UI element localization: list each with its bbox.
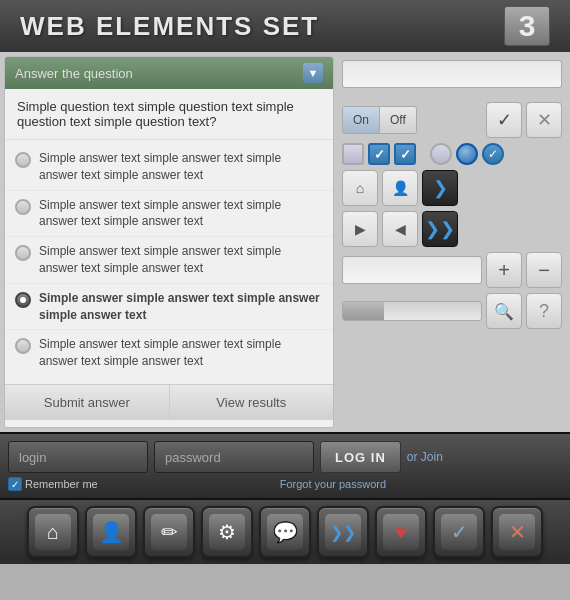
answer-text-5: Simple answer text simple answer text si…	[39, 336, 323, 370]
radio-1[interactable]	[15, 152, 31, 168]
password-input[interactable]	[154, 441, 314, 473]
remember-me-row: Remember me	[8, 477, 98, 491]
widget-row-input2: + −	[342, 252, 562, 288]
home-nav-button[interactable]: ⌂	[342, 170, 378, 206]
widget-row-arrows: ▶ ◀ ❯❯	[342, 211, 562, 247]
user-nav-button[interactable]: 👤	[382, 170, 418, 206]
text-input-1[interactable]	[342, 60, 562, 88]
login-bottom-row: Remember me Forgot your password	[8, 477, 562, 491]
answer-text-3: Simple answer text simple answer text si…	[39, 243, 323, 277]
quiz-answer-5[interactable]: Simple answer text simple answer text si…	[5, 330, 333, 376]
remember-checkbox[interactable]	[8, 477, 22, 491]
checkbox-3-checked[interactable]	[394, 143, 416, 165]
help-button[interactable]: ?	[526, 293, 562, 329]
quiz-answer-2[interactable]: Simple answer text simple answer text si…	[5, 191, 333, 238]
radio-5[interactable]	[15, 338, 31, 354]
quiz-buttons: Submit answer View results	[5, 384, 333, 420]
search-button[interactable]: 🔍	[486, 293, 522, 329]
quiz-header-arrow[interactable]: ▼	[303, 63, 323, 83]
toggle-on[interactable]: On	[343, 107, 380, 133]
widget-row-checkboxes	[342, 143, 562, 165]
quiz-answer-1[interactable]: Simple answer text simple answer text si…	[5, 144, 333, 191]
forgot-password-link[interactable]: Forgot your password	[104, 478, 562, 490]
x-button[interactable]: ✕	[526, 102, 562, 138]
progress-bar-fill	[343, 302, 384, 320]
quiz-question: Simple question text simple question tex…	[5, 89, 333, 140]
home-icon: ⌂	[35, 514, 71, 550]
login-top-row: LOG IN or Join	[8, 441, 562, 473]
submit-answer-button[interactable]: Submit answer	[5, 385, 170, 420]
home-bar-icon[interactable]: ⌂	[27, 506, 79, 558]
minus-button[interactable]: −	[526, 252, 562, 288]
settings-bar-icon[interactable]: ⚙	[201, 506, 253, 558]
quiz-answer-4[interactable]: Simple answer simple answer text simple …	[5, 284, 333, 331]
radio-round-3-checked[interactable]	[482, 143, 504, 165]
icon-bar: ⌂ 👤 ✏ ⚙ 💬 ❯❯ ♥ ✓ ✕	[0, 500, 570, 564]
check-bar-icon[interactable]: ✓	[433, 506, 485, 558]
text-input-2[interactable]	[342, 256, 482, 284]
main-area: Answer the question ▼ Simple question te…	[0, 52, 570, 432]
radio-4[interactable]	[15, 292, 31, 308]
close-icon: ✕	[499, 514, 535, 550]
user-bar-icon[interactable]: 👤	[85, 506, 137, 558]
answer-text-4: Simple answer simple answer text simple …	[39, 290, 323, 324]
login-bar: LOG IN or Join Remember me Forgot your p…	[0, 432, 570, 500]
header-number: 3	[504, 6, 550, 46]
chevron-bar-icon[interactable]: ❯❯	[317, 506, 369, 558]
chevron-down-nav-button[interactable]: ❯	[422, 170, 458, 206]
checkbox-2-checked[interactable]	[368, 143, 390, 165]
heart-icon: ♥	[383, 514, 419, 550]
view-results-button[interactable]: View results	[170, 385, 334, 420]
double-chevron-button[interactable]: ❯❯	[422, 211, 458, 247]
edit-bar-icon[interactable]: ✏	[143, 506, 195, 558]
radio-round-2-selected[interactable]	[456, 143, 478, 165]
chat-bar-icon[interactable]: 💬	[259, 506, 311, 558]
quiz-header-label: Answer the question	[15, 66, 133, 81]
checkmark-button[interactable]: ✓	[486, 102, 522, 138]
header: WEB ELEMENTS SET 3	[0, 0, 570, 52]
quiz-header: Answer the question ▼	[5, 57, 333, 89]
widget-row-input	[342, 60, 562, 88]
right-arrow-button[interactable]: ▶	[342, 211, 378, 247]
header-title: WEB ELEMENTS SET	[20, 11, 319, 42]
left-arrow-button[interactable]: ◀	[382, 211, 418, 247]
widget-row-toggle: On Off ✓ ✕	[342, 102, 562, 138]
login-button[interactable]: LOG IN	[320, 441, 401, 473]
widget-row-progress: 🔍 ?	[342, 293, 562, 329]
progress-bar	[342, 301, 482, 321]
widget-panel-inner: On Off ✓ ✕ ⌂ 👤 ❯	[338, 56, 566, 333]
quiz-answer-3[interactable]: Simple answer text simple answer text si…	[5, 237, 333, 284]
user-icon: 👤	[93, 514, 129, 550]
widget-row-nav: ⌂ 👤 ❯	[342, 170, 562, 206]
radio-round-1[interactable]	[430, 143, 452, 165]
radio-2[interactable]	[15, 199, 31, 215]
radio-3[interactable]	[15, 245, 31, 261]
chevron-down-icon: ❯❯	[325, 514, 361, 550]
edit-icon: ✏	[151, 514, 187, 550]
checkbox-1[interactable]	[342, 143, 364, 165]
close-bar-icon[interactable]: ✕	[491, 506, 543, 558]
toggle-group[interactable]: On Off	[342, 106, 417, 134]
or-join-link[interactable]: or Join	[407, 450, 443, 464]
toggle-off[interactable]: Off	[380, 107, 416, 133]
answer-text-2: Simple answer text simple answer text si…	[39, 197, 323, 231]
plus-button[interactable]: +	[486, 252, 522, 288]
quiz-panel: Answer the question ▼ Simple question te…	[4, 56, 334, 428]
widget-panel: On Off ✓ ✕ ⌂ 👤 ❯	[338, 56, 566, 428]
remember-label: Remember me	[25, 478, 98, 490]
quiz-answers: Simple answer text simple answer text si…	[5, 140, 333, 380]
answer-text-1: Simple answer text simple answer text si…	[39, 150, 323, 184]
heart-bar-icon[interactable]: ♥	[375, 506, 427, 558]
login-input[interactable]	[8, 441, 148, 473]
check-icon: ✓	[441, 514, 477, 550]
settings-icon: ⚙	[209, 514, 245, 550]
login-bar-inner: LOG IN or Join Remember me Forgot your p…	[8, 437, 562, 495]
chat-icon: 💬	[267, 514, 303, 550]
